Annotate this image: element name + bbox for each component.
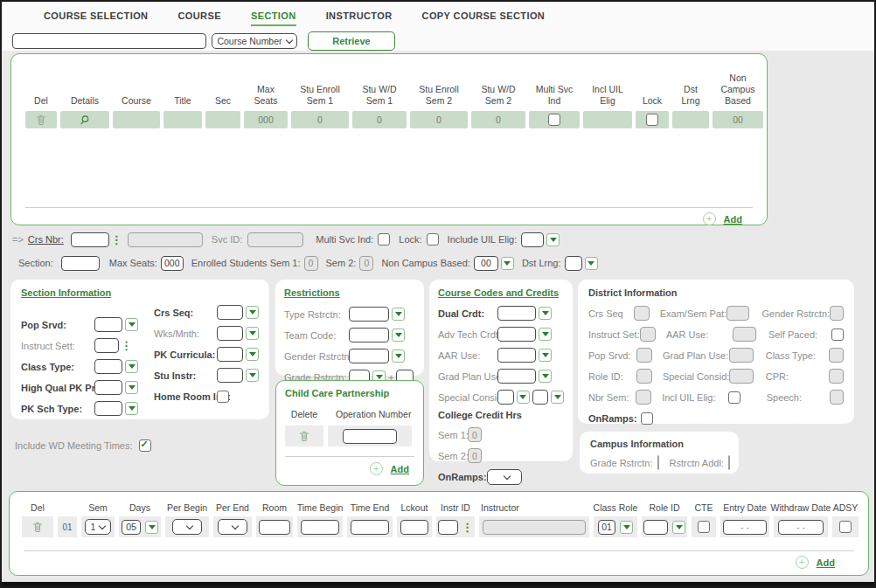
days-input[interactable]: 05 [122,520,141,535]
per-begin-select[interactable] [172,519,202,535]
search-by-select[interactable]: Course Number [212,33,297,49]
stu-instr-input[interactable] [217,368,243,383]
sections-grid-panel: Del Details Course Title Sec Max Seats 0… [10,53,768,225]
non-campus-based-dropdown[interactable] [501,257,514,270]
pop-srvd-input[interactable] [94,317,122,332]
campus-grade-rstrctn-label: Grade Rstrctn: [590,458,653,468]
add-section-link[interactable]: Add [724,214,742,225]
include-uil-elig-dropdown[interactable] [546,233,560,246]
college-sem1-label: Sem 1: [438,430,468,440]
aar-use-dropdown[interactable] [539,349,552,362]
gender-rstrctn-input[interactable] [349,349,389,363]
instr-id-picker-icon[interactable] [462,522,473,533]
lckout-input[interactable] [400,520,428,535]
adv-tech-crdt-dropdown[interactable] [539,328,552,341]
multi-svc-ind-checkbox[interactable] [548,114,560,126]
dst-lrng-input[interactable] [565,256,582,271]
type-rstrctn-dropdown[interactable] [392,308,405,321]
instr-id-input[interactable] [438,520,458,535]
class-role-input[interactable]: 01 [598,520,615,535]
aar-use-input[interactable] [497,348,536,363]
pop-srvd-dropdown[interactable] [125,318,138,331]
wks-mnth-dropdown[interactable] [246,327,259,340]
tab-course-selection[interactable]: COURSE SELECTION [44,10,148,26]
grad-plan-use-dropdown[interactable] [539,370,552,383]
detail-multi-svc-checkbox[interactable] [378,233,390,246]
tab-copy-course-section[interactable]: COPY COURSE SECTION [422,10,546,26]
crs-seq-dropdown[interactable] [246,306,259,319]
room-input[interactable] [259,520,290,535]
col-title: Title [163,65,202,111]
pk-sch-type-input[interactable] [94,401,122,416]
home-room-ind-checkbox[interactable] [217,391,229,403]
tab-section[interactable]: SECTION [251,10,296,26]
withdraw-date-input[interactable]: - - [778,520,824,535]
dist-incl-uil-elig-checkbox[interactable] [728,391,740,404]
pk-sch-type-dropdown[interactable] [125,402,138,415]
detail-lock-checkbox[interactable] [427,233,439,246]
dist-onramps-checkbox[interactable] [641,412,653,425]
child-care-delete-button[interactable] [299,431,309,442]
team-code-dropdown[interactable] [392,329,405,342]
special-consid-input-2[interactable] [532,390,549,405]
arrow-indicator: => [12,234,24,245]
dual-crdt-dropdown[interactable] [539,307,552,320]
role-id-dropdown[interactable] [672,521,685,534]
adv-tech-crdt-input[interactable] [497,327,536,342]
instruct-sett-input[interactable] [94,338,119,353]
grad-plan-use-input[interactable] [497,369,536,384]
time-begin-input[interactable] [301,520,339,535]
crs-nbr-picker-icon[interactable] [111,234,122,246]
onramps-select[interactable] [487,469,522,485]
per-end-select[interactable] [218,519,247,535]
days-dropdown[interactable] [145,521,158,534]
dst-lrng-dropdown[interactable] [585,257,598,270]
dual-crdt-input[interactable] [497,306,536,321]
sem-select[interactable]: 1 [85,519,111,535]
type-rstrctn-input[interactable] [349,307,389,322]
dist-cpr-label: CPR: [766,371,830,382]
dist-special-consid-field [729,369,753,384]
team-code-input[interactable] [349,328,389,342]
course-search-input[interactable] [12,33,206,49]
section-input[interactable] [61,256,100,271]
lock-checkbox[interactable] [646,114,658,126]
details-button[interactable] [80,114,91,126]
class-role-dropdown[interactable] [620,521,633,534]
special-consid-dropdown-2[interactable] [551,391,564,404]
pk-curricula-dropdown[interactable] [246,348,259,361]
max-seats-input[interactable]: 000 [161,256,184,271]
instruct-sett-picker-icon[interactable] [121,340,132,351]
cte-checkbox[interactable] [698,521,710,533]
cell-incl-uil-elig [583,111,632,128]
pk-curricula-input[interactable] [217,347,243,362]
crs-seq-input[interactable] [217,305,243,320]
include-uil-elig-input[interactable] [521,232,544,247]
entry-date-input[interactable]: - - [723,520,767,535]
gender-rstrctn-dropdown[interactable] [392,349,405,363]
time-end-input[interactable] [351,520,389,535]
tab-course[interactable]: COURSE [177,10,220,26]
wks-mnth-input[interactable] [217,326,243,341]
meeting-delete-button[interactable] [32,522,43,533]
special-consid-dropdown-1[interactable] [517,391,530,404]
retrieve-button[interactable]: Retrieve [308,31,395,51]
high-qual-pk-prog-input[interactable] [94,380,122,395]
role-id-input[interactable] [643,520,668,535]
high-qual-pk-prog-dropdown[interactable] [125,381,138,394]
class-type-input[interactable] [94,359,122,374]
tab-instructor[interactable]: INSTRUCTOR [326,10,393,26]
stu-instr-dropdown[interactable] [246,369,259,382]
meetings-add-link[interactable]: Add [817,557,835,568]
special-consid-input-1[interactable] [497,390,514,405]
non-campus-based-input[interactable]: 00 [474,256,498,271]
include-wd-meeting-times-checkbox[interactable] [139,439,151,452]
dist-self-paced-checkbox[interactable] [831,329,844,341]
adsy-checkbox[interactable] [839,521,852,533]
class-type-dropdown[interactable] [125,360,138,373]
child-care-add-link[interactable]: Add [391,464,409,474]
delete-row-button[interactable] [36,114,46,126]
col-details: Details [60,65,109,111]
operation-number-input[interactable] [343,429,397,444]
crs-nbr-input[interactable] [71,232,109,247]
